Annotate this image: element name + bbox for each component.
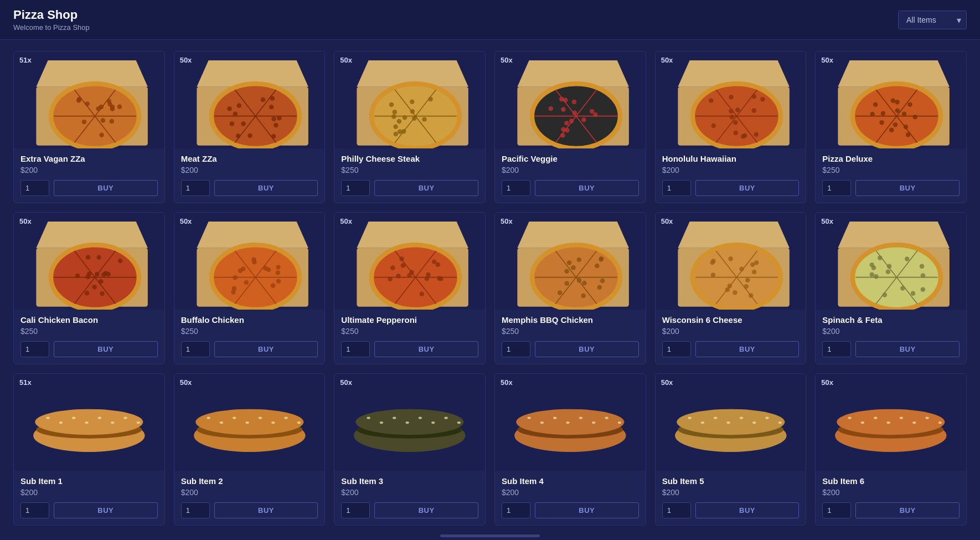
svg-point-293 [59, 421, 63, 424]
svg-point-297 [111, 421, 114, 424]
svg-point-344 [739, 416, 742, 419]
card-info: Sub Item 2$200BUY [174, 471, 325, 525]
svg-point-356 [900, 416, 903, 419]
svg-point-322 [445, 416, 448, 419]
app-header: Pizza Shop Welcome to Pizza Shop All Ite… [0, 0, 980, 40]
svg-point-60 [410, 109, 415, 114]
svg-point-317 [380, 421, 383, 424]
card-info: Sub Item 4$200BUY [495, 471, 646, 525]
svg-point-204 [388, 276, 393, 281]
svg-point-63 [391, 114, 396, 119]
card-actions: BUY [20, 341, 158, 357]
quantity-input[interactable] [822, 502, 851, 518]
item-card: 50xCali Chicken Bacon$250BUY [13, 212, 165, 364]
svg-point-116 [733, 130, 737, 135]
svg-point-295 [85, 421, 88, 424]
quantity-input[interactable] [181, 502, 210, 518]
svg-point-62 [397, 119, 401, 124]
card-info: Honolulu Hawaiian$200BUY [656, 148, 806, 203]
item-price: $200 [822, 488, 960, 497]
quantity-input[interactable] [502, 341, 530, 357]
buy-button[interactable]: BUY [535, 180, 639, 196]
svg-point-67 [398, 130, 402, 134]
buy-button[interactable]: BUY [855, 180, 960, 196]
buy-button[interactable]: BUY [855, 502, 960, 518]
svg-point-167 [95, 272, 99, 276]
buy-button[interactable]: BUY [535, 341, 639, 357]
card-badge: 50x [180, 56, 192, 64]
card-info: Sub Item 5$200BUY [656, 471, 806, 525]
svg-point-346 [765, 416, 768, 419]
svg-point-261 [744, 284, 748, 289]
card-image-container: 50x [14, 213, 164, 310]
quantity-input[interactable] [502, 180, 530, 196]
card-badge: 50x [821, 217, 833, 225]
buy-button[interactable]: BUY [535, 502, 639, 518]
item-price: $200 [341, 488, 478, 497]
buy-button[interactable]: BUY [54, 180, 158, 196]
quantity-input[interactable] [341, 502, 370, 518]
quantity-input[interactable] [20, 180, 49, 196]
buy-button[interactable]: BUY [214, 341, 318, 357]
svg-point-305 [219, 421, 223, 424]
svg-point-185 [231, 286, 236, 291]
svg-point-228 [597, 285, 602, 289]
buy-button[interactable]: BUY [374, 502, 478, 518]
card-actions: BUY [662, 341, 800, 357]
buy-button[interactable]: BUY [374, 341, 478, 357]
item-card: 50xSub Item 5$200BUY [655, 373, 807, 526]
buy-button[interactable]: BUY [214, 180, 318, 196]
quantity-input[interactable] [341, 180, 370, 196]
item-card: 50xSub Item 6$200BUY [815, 373, 967, 526]
filter-dropdown-wrapper[interactable]: All ItemsPizzasSandwichesSidesDrinks [898, 11, 967, 29]
buy-button[interactable]: BUY [855, 341, 960, 357]
svg-point-328 [527, 416, 530, 419]
quantity-input[interactable] [662, 502, 691, 518]
svg-point-310 [284, 416, 287, 419]
buy-button[interactable]: BUY [374, 180, 478, 196]
svg-point-258 [752, 270, 756, 274]
quantity-input[interactable] [20, 341, 49, 357]
quantity-input[interactable] [502, 502, 530, 518]
card-image-container: 50x [334, 52, 485, 148]
svg-point-202 [390, 265, 395, 270]
buy-button[interactable]: BUY [695, 180, 800, 196]
svg-point-90 [549, 106, 553, 111]
svg-point-275 [900, 286, 905, 290]
svg-point-188 [276, 265, 280, 269]
buy-button[interactable]: BUY [214, 502, 318, 518]
quantity-input[interactable] [662, 341, 691, 357]
quantity-input[interactable] [341, 341, 370, 357]
item-price: $200 [502, 166, 639, 174]
filter-dropdown[interactable]: All ItemsPizzasSandwichesSidesDrinks [898, 11, 967, 29]
card-actions: BUY [20, 502, 158, 518]
card-actions: BUY [502, 180, 639, 196]
quantity-input[interactable] [822, 180, 851, 196]
card-info: Pizza Deluxe$250BUY [816, 148, 966, 203]
items-grid: 51xExtra Vagan ZZa$200BUY50xMeat ZZa$200… [13, 51, 967, 526]
svg-point-191 [241, 266, 245, 271]
quantity-input[interactable] [662, 180, 691, 196]
card-info: Spinach & Feta$200BUY [816, 310, 966, 364]
svg-point-353 [861, 421, 864, 424]
item-card: 50xSub Item 4$200BUY [494, 373, 646, 526]
buy-button[interactable]: BUY [54, 341, 158, 357]
item-name: Buffalo Chicken [181, 315, 318, 325]
buy-button[interactable]: BUY [695, 341, 800, 357]
svg-point-111 [729, 95, 733, 99]
buy-button[interactable]: BUY [695, 502, 800, 518]
card-info: Pacific Veggie$200BUY [495, 148, 646, 203]
item-card: 50xSub Item 3$200BUY [334, 373, 486, 526]
svg-point-38 [236, 133, 240, 138]
quantity-input[interactable] [822, 341, 851, 357]
item-card: 50xPhilly Cheese Steak$250BUY [334, 51, 486, 203]
quantity-input[interactable] [181, 341, 210, 357]
svg-point-229 [595, 264, 599, 268]
quantity-input[interactable] [181, 180, 210, 196]
buy-button[interactable]: BUY [54, 502, 158, 518]
item-price: $200 [822, 327, 960, 336]
svg-point-309 [271, 421, 275, 424]
svg-point-159 [106, 272, 111, 276]
card-badge: 50x [501, 56, 513, 64]
quantity-input[interactable] [20, 502, 49, 518]
